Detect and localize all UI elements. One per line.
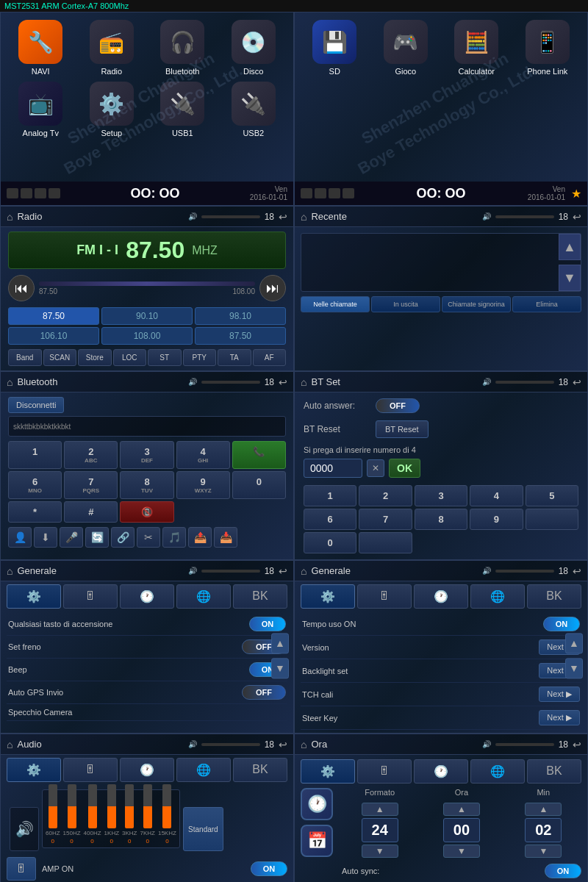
gen-right-vol-icon[interactable]: 🔊	[482, 567, 491, 575]
call-red-btn[interactable]: 📵	[120, 501, 173, 523]
btset-back-icon[interactable]: ↩	[573, 376, 581, 388]
num-key-9[interactable]: 9WXYZ	[176, 471, 230, 499]
gen-tab-clock[interactable]: 🕐	[120, 584, 174, 609]
bts-key-2[interactable]: 2	[359, 485, 412, 506]
gen-right-tab-bk[interactable]: BK	[527, 584, 581, 609]
gen-row-4-toggle[interactable]: OFF	[242, 685, 286, 700]
bt-action-download[interactable]: 📥	[214, 527, 237, 548]
gen-right-tab-gear[interactable]: ⚙️	[301, 584, 355, 609]
bt-action-music[interactable]: 🎵	[162, 527, 186, 548]
app-gioco[interactable]: 🎮 Gioco	[373, 20, 439, 76]
bts-key-3[interactable]: 3	[415, 485, 467, 506]
preset-1[interactable]: 87.50	[8, 307, 99, 325]
audio-tab-clock[interactable]: 🕐	[120, 758, 174, 782]
num-key-7[interactable]: 7PQRS	[64, 471, 118, 499]
bt-back-icon[interactable]: ↩	[279, 376, 287, 388]
call-green-btn[interactable]: 📞	[232, 441, 286, 469]
gen-left-vol-slider[interactable]	[201, 570, 260, 573]
loc-btn[interactable]: LOC	[113, 349, 147, 366]
num-key-8[interactable]: 8TUV	[120, 471, 173, 499]
gen-tab-gear[interactable]: ⚙️	[7, 584, 61, 609]
gen-right-tab-clock[interactable]: 🕐	[414, 584, 468, 609]
num-key-6[interactable]: 6MNO	[8, 471, 62, 499]
gen-tab-sliders[interactable]: 🎚	[63, 584, 118, 609]
recente-vol-slider[interactable]	[495, 215, 554, 218]
eq-preset-btn[interactable]: Standard	[183, 807, 223, 851]
ora-tab-clock[interactable]: 🕐	[414, 759, 468, 784]
bt-disconnect-btn[interactable]: Disconnetti	[8, 397, 64, 413]
audio-vol-icon[interactable]: 🔊	[188, 740, 197, 748]
recente-scroll-up[interactable]: ▲	[559, 234, 581, 260]
gen-left-vol-icon[interactable]: 🔊	[188, 567, 197, 575]
ora-clock-icon[interactable]: 🕐	[301, 788, 333, 820]
bts-key-4[interactable]: 4	[470, 485, 523, 506]
ora-back-icon[interactable]: ↩	[573, 739, 581, 750]
eq-slider-60[interactable]	[49, 784, 57, 828]
bt-action-link[interactable]: 🔗	[111, 527, 135, 548]
app-sd[interactable]: 💾 SD	[302, 20, 368, 76]
audio-home-icon[interactable]: ⌂	[7, 739, 12, 750]
min-up[interactable]: ▲	[525, 803, 562, 816]
gen-tab-bk[interactable]: BK	[233, 584, 287, 609]
recente-back-icon[interactable]: ↩	[573, 211, 581, 223]
ora-tab-gear[interactable]: ⚙️	[301, 759, 355, 784]
recente-vol-icon[interactable]: 🔊	[482, 212, 491, 220]
recente-home-icon[interactable]: ⌂	[301, 211, 306, 223]
gen-right-row-1-toggle[interactable]: ON	[543, 617, 580, 631]
preset-3[interactable]: 98.10	[195, 307, 286, 325]
gen-right-scroll-up[interactable]: ▲	[565, 633, 583, 653]
app-usb2[interactable]: 🔌 USB2	[221, 82, 287, 137]
vol-control-icon[interactable]: 🔊	[10, 807, 39, 851]
preset-6[interactable]: 87.50	[195, 327, 286, 345]
ora-tab-bk[interactable]: BK	[527, 759, 581, 784]
amp-toggle[interactable]: ON	[251, 861, 287, 876]
gen-left-home-icon[interactable]: ⌂	[7, 565, 12, 577]
gen-right-row-4-next[interactable]: Next ▶	[539, 686, 580, 702]
radio-vol-icon[interactable]: 🔊	[188, 212, 197, 220]
preset-4[interactable]: 106.10	[8, 327, 99, 345]
audio-tab-bk[interactable]: BK	[233, 758, 287, 782]
ora-vol-slider[interactable]	[495, 743, 554, 746]
pty-btn[interactable]: PTY	[183, 349, 217, 366]
eq-slider-400[interactable]	[88, 784, 97, 828]
eq-slider-150[interactable]	[68, 784, 76, 828]
store-btn[interactable]: Store	[78, 349, 112, 366]
ora-home-icon[interactable]: ⌂	[301, 739, 306, 750]
gen-right-vol-slider[interactable]	[495, 570, 554, 573]
rtab-elimina[interactable]: Elimina	[512, 296, 581, 312]
btset-ok-btn[interactable]: OK	[389, 459, 420, 478]
ora-tab-globe[interactable]: 🌐	[470, 759, 525, 784]
bt-action-down[interactable]: ⬇	[34, 527, 57, 548]
gen-left-scroll-down[interactable]: ▼	[271, 658, 289, 678]
rtab-chiamate[interactable]: Nelle chiamate	[301, 296, 370, 312]
btset-pin-input[interactable]	[304, 459, 362, 478]
app-radio[interactable]: 📻 Radio	[79, 20, 145, 76]
seek-next-btn[interactable]: ⏭	[259, 275, 286, 301]
bt-action-scissors[interactable]: ✂	[137, 527, 160, 548]
rtab-signorina[interactable]: Chiamate signorina	[442, 296, 511, 312]
bts-key-8[interactable]: 8	[415, 509, 467, 530]
ora-calendar-icon[interactable]: 📅	[301, 825, 333, 857]
eq-bottom-btn[interactable]: 🎚	[7, 857, 36, 881]
bts-key-1[interactable]: 1	[304, 485, 356, 506]
app-usb1[interactable]: 🔌 USB1	[150, 82, 215, 137]
gen-right-tab-sliders[interactable]: 🎚	[357, 584, 412, 609]
seek-prev-btn[interactable]: ⏮	[8, 275, 35, 301]
gen-right-tab-globe[interactable]: 🌐	[470, 584, 525, 609]
num-key-1[interactable]: 1	[8, 441, 62, 469]
bts-key-0[interactable]: 0	[304, 532, 356, 553]
gen-right-back-icon[interactable]: ↩	[573, 565, 581, 577]
radio-vol-slider[interactable]	[201, 215, 260, 218]
bts-key-9[interactable]: 9	[470, 509, 523, 530]
min-down[interactable]: ▼	[525, 845, 562, 858]
btset-vol-icon[interactable]: 🔊	[482, 378, 491, 386]
num-key-hash[interactable]: #	[64, 501, 118, 523]
app-calc[interactable]: 🧮 Calculator	[444, 20, 509, 76]
gen-right-scroll-down[interactable]: ▼	[565, 658, 583, 678]
af-btn[interactable]: AF	[253, 349, 287, 366]
ta-btn[interactable]: TA	[218, 349, 251, 366]
num-key-3[interactable]: 3DEF	[120, 441, 173, 469]
app-atv[interactable]: 📺 Analog Tv	[8, 82, 74, 137]
gen-right-home-icon[interactable]: ⌂	[301, 565, 306, 577]
radio-seek-track[interactable]	[39, 282, 255, 286]
